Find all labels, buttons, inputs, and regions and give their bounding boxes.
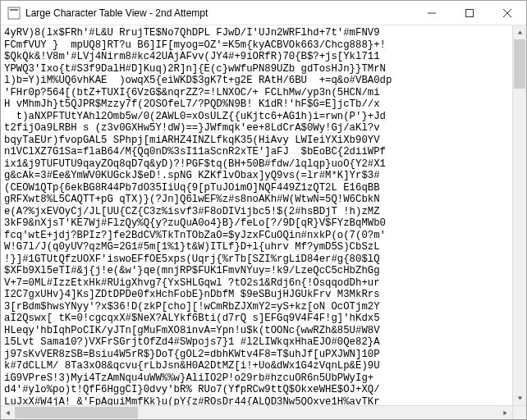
- hscroll-row: [1, 405, 526, 419]
- application-window: Large Character Table View - 2nd Attempt…: [0, 0, 527, 420]
- chevron-down-icon: [517, 395, 523, 401]
- app-icon: [7, 7, 21, 20]
- chevron-right-icon: [502, 410, 508, 416]
- close-icon: [503, 9, 511, 17]
- scrollbar-corner: [512, 405, 526, 419]
- vertical-scroll-thumb[interactable]: [514, 39, 525, 89]
- maximize-icon: [465, 9, 474, 17]
- svg-marker-8: [6, 410, 9, 415]
- horizontal-scroll-track[interactable]: [15, 406, 498, 419]
- client-area: 4yRV)8(lx$FRh'#L&U RrujTE$No7QhDPL FJwD/…: [1, 25, 526, 405]
- window-title: Large Character Table View - 2nd Attempt: [25, 1, 413, 25]
- scroll-down-button[interactable]: [513, 391, 526, 405]
- horizontal-scrollbar[interactable]: [1, 405, 512, 419]
- vertical-scroll-track[interactable]: [513, 39, 526, 391]
- minimize-icon: [428, 9, 436, 17]
- maximize-button[interactable]: [451, 1, 488, 25]
- window-controls: [413, 1, 526, 25]
- chevron-up-icon: [517, 30, 523, 35]
- character-table-text[interactable]: 4yRV)8(lx$FRh'#L&U RrujTE$No7QhDPL FJwD/…: [1, 25, 512, 405]
- minimize-button[interactable]: [413, 1, 451, 25]
- chevron-left-icon: [5, 410, 11, 416]
- title-bar[interactable]: Large Character Table View - 2nd Attempt: [1, 1, 526, 25]
- svg-marker-6: [517, 30, 522, 34]
- close-button[interactable]: [488, 1, 526, 25]
- svg-marker-7: [517, 396, 522, 399]
- svg-rect-3: [466, 9, 474, 16]
- svg-marker-9: [503, 410, 506, 415]
- vertical-scrollbar[interactable]: [512, 25, 526, 405]
- horizontal-scroll-thumb[interactable]: [15, 407, 138, 418]
- svg-rect-1: [10, 9, 18, 11]
- scroll-right-button[interactable]: [498, 406, 512, 419]
- scroll-up-button[interactable]: [513, 25, 526, 39]
- scroll-left-button[interactable]: [1, 406, 15, 419]
